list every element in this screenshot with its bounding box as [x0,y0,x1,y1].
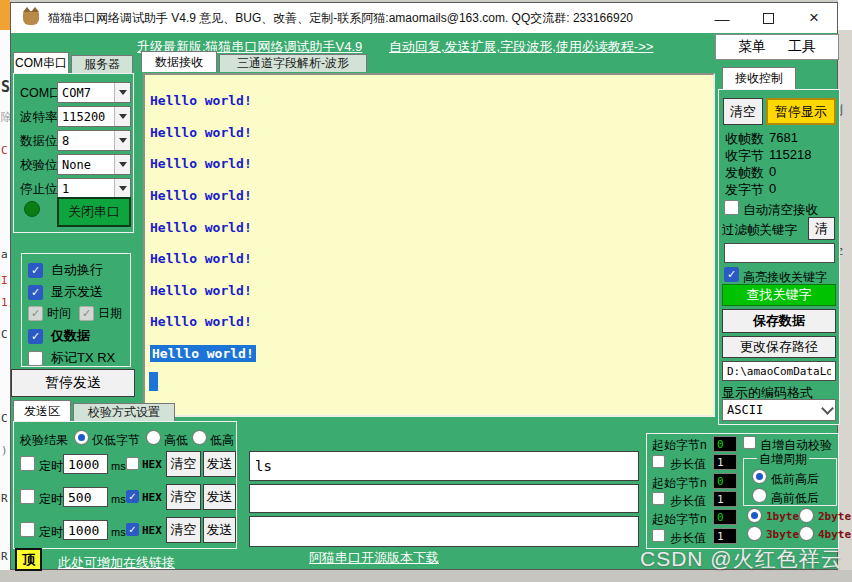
step-checkbox-2[interactable] [652,492,665,505]
radio-low-first[interactable] [752,469,767,484]
tab-com-serial[interactable]: COM串口 [13,52,69,73]
parity-value: None [58,158,114,172]
timed-send-checkbox-1[interactable] [20,456,35,471]
rx-frames-stat: 收帧数 7681 [725,130,798,148]
pause-display-button[interactable]: 暂停显示 [766,98,836,125]
bg-glyph: C [1,328,10,341]
bg-glyph: a [1,248,10,261]
step-checkbox-1[interactable] [652,455,665,468]
tab-data-receive[interactable]: 数据接收 [141,51,217,72]
clear-label: 清空 [171,521,197,539]
change-save-path-label: 更改保存路径 [740,338,818,356]
send-input-3[interactable] [249,516,639,547]
encoding-select[interactable]: ASCII [722,399,836,421]
baud-rate-select[interactable]: 115200 [57,106,131,127]
receive-text: Helllo world! [150,93,252,108]
data-only-checkbox[interactable] [28,329,43,344]
tutorial-link[interactable]: 自动回复,发送扩展,字段波形,使用必读教程->> [389,38,653,56]
scroll-top-button[interactable]: 顶 [15,548,42,571]
tab-receive-control[interactable]: 接收控制 [722,67,796,89]
data-bits-select[interactable]: 8 [57,130,131,151]
window-title: 猫猫串口网络调试助手 V4.9 意见、BUG、改善、定制-联系阿猫:amaoma… [48,10,633,27]
tab-server[interactable]: 服务器 [71,55,133,73]
auto-checksum-checkbox[interactable] [743,436,756,449]
auto-clear-checkbox[interactable] [724,200,739,215]
receive-text: Helllo world! [150,314,252,329]
date-checkbox[interactable] [79,306,94,321]
close-button[interactable]: × [791,3,837,33]
interval-input-2[interactable] [63,487,108,507]
stat-label: 发帧数 [725,164,764,182]
stop-bits-select[interactable]: 1 [57,178,131,199]
filter-keyword-input[interactable] [724,243,835,263]
tab-label: 校验方式设置 [88,404,160,421]
mark-txrx-checkbox[interactable] [28,351,43,366]
minimize-button[interactable]: — [699,3,745,33]
parity-select[interactable]: None [57,154,131,175]
close-port-button[interactable]: 关闭串口 [57,197,131,227]
clear-button-2[interactable]: 清空 [166,484,201,510]
auto-newline-checkbox[interactable] [28,263,43,278]
hex-checkbox-2[interactable] [126,490,139,503]
start-byte-field-3[interactable]: 0 [713,509,737,525]
save-data-button[interactable]: 保存数据 [722,309,836,333]
bg-glyph: S [1,78,10,96]
clear-button-1[interactable]: 清空 [166,451,201,477]
chevron-down-icon [114,155,130,174]
find-keyword-button[interactable]: 查找关键字 [722,284,836,306]
highlight-keyword-checkbox[interactable] [724,267,739,282]
tab-checksum-settings[interactable]: 校验方式设置 [73,403,175,421]
interval-input-3[interactable] [63,520,108,540]
start-byte-field-1[interactable]: 0 [713,436,737,452]
send-button-2[interactable]: 发送 [203,484,236,510]
increment-panel: 起始字节n 0 自增自动校验 步长值 1 自增周期 低前高后 高前低后 起始字节… [646,433,839,549]
clear-button-3[interactable]: 清空 [166,517,201,543]
timed-send-checkbox-2[interactable] [20,489,35,504]
step-checkbox-3[interactable] [652,529,665,542]
send-button-3[interactable]: 发送 [203,517,236,543]
maximize-button[interactable] [745,3,791,33]
tab-waveform[interactable]: 三通道字段解析-波形 [219,54,367,72]
receive-line: Helllo world! [145,148,713,180]
encoding-value: ASCII [723,403,820,417]
start-byte-field-2[interactable]: 0 [713,473,737,489]
menu-toolbar: 菜单 工具 [715,34,839,60]
show-send-checkbox[interactable] [28,285,43,300]
send-input-2[interactable] [249,484,639,513]
tab-send-area[interactable]: 发送区 [13,400,71,421]
radio-3byte[interactable] [747,526,762,541]
radio-2byte[interactable] [799,508,814,523]
radio-low-high[interactable] [192,430,207,445]
stat-label: 发字节 [725,181,764,199]
receive-clear-button[interactable]: 清空 [723,98,763,125]
hex-checkbox-1[interactable] [126,457,139,470]
timed-send-checkbox-3[interactable] [20,522,35,537]
radio-1byte[interactable] [747,508,762,523]
receive-line: Helllo world! [145,117,713,149]
filter-clear-button[interactable]: 清 [808,217,835,240]
radio-high-low[interactable] [146,430,161,445]
com-port-select[interactable]: COM7 [57,82,131,103]
radio-4byte[interactable] [799,526,814,541]
tools-button[interactable]: 工具 [788,38,816,56]
receive-textarea[interactable]: Helllo world! Helllo world! Helllo world… [143,73,715,417]
radio-high-first[interactable] [752,488,767,503]
time-checkbox[interactable] [28,306,43,321]
send-input-1[interactable] [249,451,639,481]
change-save-path-button[interactable]: 更改保存路径 [722,336,836,358]
menu-button[interactable]: 菜单 [738,38,766,56]
step-field-1[interactable]: 1 [713,454,737,470]
pause-send-button[interactable]: 暂停发送 [11,369,135,397]
open-source-download-link[interactable]: 阿猫串口开源版本下载 [309,549,439,567]
radio-low-byte-only[interactable] [74,430,89,445]
send-button-1[interactable]: 发送 [203,451,236,477]
app-window: 猫猫串口网络调试助手 V4.9 意见、BUG、改善、定制-联系阿猫:amaoma… [10,2,838,570]
save-path-field[interactable] [722,361,836,381]
chevron-down-icon [114,131,130,150]
step-field-3[interactable]: 1 [713,528,737,544]
interval-input-1[interactable] [63,454,108,474]
step-field-2[interactable]: 1 [713,491,737,507]
bg-glyph: R [1,550,10,563]
hex-checkbox-3[interactable] [126,523,139,536]
add-online-link[interactable]: 此处可增加在线链接 [58,554,175,572]
